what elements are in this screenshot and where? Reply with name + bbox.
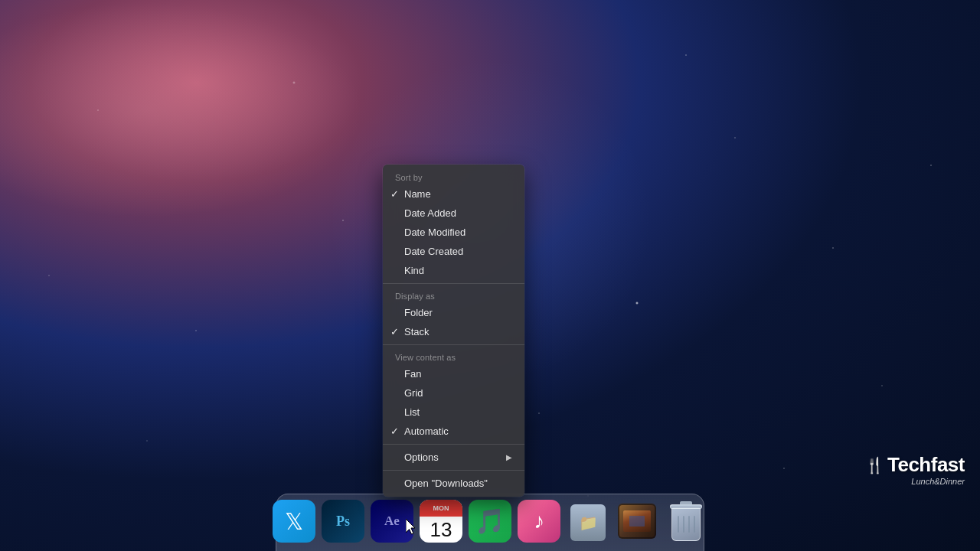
movie-icon xyxy=(616,500,658,542)
dock-items: 𝕏 Ps Ae MON 13 🎵 ♪ xyxy=(263,500,717,547)
sort-kind[interactable]: Kind xyxy=(383,261,524,280)
options-item[interactable]: Options ▶ xyxy=(383,448,524,467)
dock: 𝕏 Ps Ae MON 13 🎵 ♪ xyxy=(0,490,980,551)
calendar-month: MON xyxy=(420,500,462,517)
display-stack-check: ✓ xyxy=(390,326,399,337)
itunes-icon: ♪ xyxy=(534,509,544,533)
sort-date-modified[interactable]: Date Modified xyxy=(383,223,524,242)
separator-1 xyxy=(383,283,524,284)
techfast-subtitle: Lunch&Dinner xyxy=(911,477,965,486)
options-arrow: ▶ xyxy=(506,453,512,461)
calendar-icon: MON 13 xyxy=(420,500,462,543)
open-downloads[interactable]: Open "Downloads" xyxy=(383,474,524,493)
sort-name-check: ✓ xyxy=(390,188,399,200)
context-menu: Sort by ✓ Name Date Added Date Modified … xyxy=(383,165,524,497)
sort-by-label: Sort by xyxy=(383,168,524,184)
view-content-label: View content as xyxy=(383,348,524,364)
dock-spotify[interactable]: 🎵 xyxy=(469,500,511,543)
display-as-label: Display as xyxy=(383,287,524,303)
dock-itunes[interactable]: ♪ xyxy=(518,500,560,543)
dock-twitter[interactable]: 𝕏 xyxy=(273,500,315,543)
view-fan[interactable]: Fan xyxy=(383,364,524,383)
techfast-branding: 🍴 Techfast Lunch&Dinner xyxy=(865,453,965,486)
dock-movie[interactable] xyxy=(616,500,658,543)
dock-trash[interactable] xyxy=(665,500,707,543)
photoshop-icon: Ps xyxy=(336,514,350,530)
techfast-name: Techfast xyxy=(887,453,965,477)
stack-icon: 📁 xyxy=(568,501,608,541)
dock-stack1[interactable]: 📁 xyxy=(567,500,609,543)
sort-date-added[interactable]: Date Added xyxy=(383,204,524,223)
aftereffects-icon: Ae xyxy=(384,514,400,529)
techfast-fork-icon: 🍴 xyxy=(865,456,884,474)
spotify-icon: 🎵 xyxy=(475,507,505,536)
sort-date-created[interactable]: Date Created xyxy=(383,242,524,261)
dock-calendar[interactable]: MON 13 xyxy=(420,500,462,543)
view-list[interactable]: List xyxy=(383,403,524,422)
view-grid[interactable]: Grid xyxy=(383,383,524,403)
twitter-icon: 𝕏 xyxy=(285,508,303,535)
calendar-day: 13 xyxy=(420,517,462,543)
view-automatic[interactable]: ✓ Automatic xyxy=(383,422,524,441)
view-automatic-check: ✓ xyxy=(390,425,399,437)
dock-after-effects[interactable]: Ae xyxy=(371,500,413,543)
display-stack[interactable]: ✓ Stack xyxy=(383,322,524,341)
display-folder[interactable]: Folder xyxy=(383,303,524,322)
dock-photoshop[interactable]: Ps xyxy=(322,500,364,543)
separator-3 xyxy=(383,444,524,445)
separator-4 xyxy=(383,470,524,471)
sort-name[interactable]: ✓ Name xyxy=(383,184,524,204)
separator-2 xyxy=(383,344,524,345)
trash-icon xyxy=(668,501,704,541)
